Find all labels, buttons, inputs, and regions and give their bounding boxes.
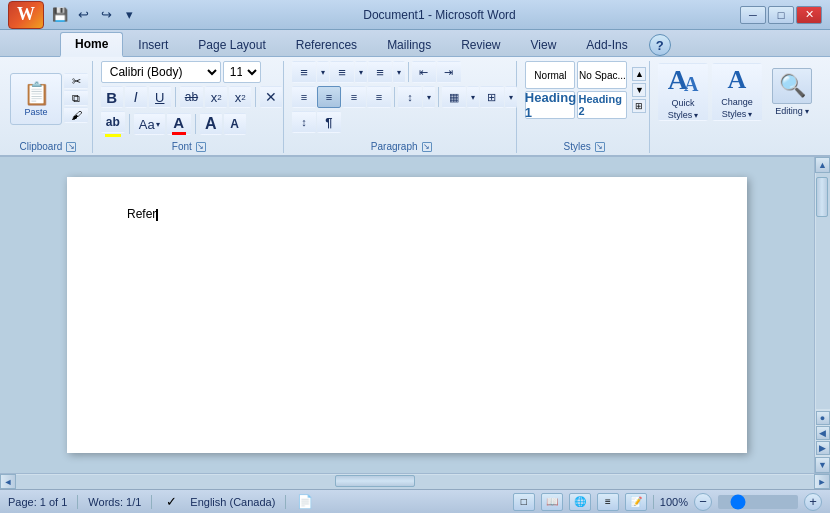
quick-styles-icon: A A	[668, 64, 699, 96]
minimize-button[interactable]: ─	[740, 6, 766, 24]
font-color-button[interactable]: A	[167, 113, 191, 135]
italic-button[interactable]: I	[125, 86, 147, 108]
tab-page-layout[interactable]: Page Layout	[183, 33, 280, 56]
quick-styles-button[interactable]: A A Quick Styles ▾	[658, 63, 708, 121]
track-changes-icon[interactable]: 📄	[296, 493, 314, 511]
paragraph-expand-button[interactable]: ↘	[422, 142, 432, 152]
draft-button[interactable]: 📝	[625, 493, 647, 511]
scroll-thumb[interactable]	[816, 177, 828, 217]
styles-more-button[interactable]: ⊞	[632, 99, 646, 113]
styles-expand-button[interactable]: ↘	[595, 142, 605, 152]
tab-insert[interactable]: Insert	[123, 33, 183, 56]
font-expand-button[interactable]: ↘	[196, 142, 206, 152]
h-scroll-track[interactable]	[16, 475, 814, 489]
align-center-button[interactable]: ≡	[317, 86, 341, 108]
style-heading2-preview[interactable]: Heading 2	[577, 91, 627, 119]
next-page-button[interactable]: ▶	[816, 441, 830, 455]
tab-view[interactable]: View	[516, 33, 572, 56]
full-reading-button[interactable]: 📖	[541, 493, 563, 511]
cut-button[interactable]: ✂	[64, 73, 88, 89]
prev-page-button[interactable]: ◀	[816, 426, 830, 440]
font-color-dropdown[interactable]: Aa▾	[134, 113, 165, 135]
outline-button[interactable]: ≡	[597, 493, 619, 511]
undo-button[interactable]: ↩	[73, 5, 93, 25]
copy-button[interactable]: ⧉	[64, 90, 88, 106]
superscript-button[interactable]: x2	[229, 86, 251, 108]
customize-qa-button[interactable]: ▾	[119, 5, 139, 25]
multilevel-button[interactable]: ≡	[368, 61, 392, 83]
document-page[interactable]: Refer	[67, 177, 747, 453]
web-layout-button[interactable]: 🌐	[569, 493, 591, 511]
change-styles-button[interactable]: A Change Styles ▾	[712, 63, 762, 121]
bullets-button[interactable]: ≡	[292, 61, 316, 83]
scroll-up-button[interactable]: ▲	[815, 157, 830, 173]
para-divider3	[438, 87, 439, 107]
styles-group-label: Styles ↘	[525, 139, 643, 153]
numbering-dropdown[interactable]: ▾	[355, 61, 367, 83]
borders-button[interactable]: ⊞	[480, 86, 504, 108]
multilevel-dropdown[interactable]: ▾	[393, 61, 405, 83]
sort-button[interactable]: ↕	[292, 111, 316, 133]
quick-styles-label-row: Quick	[671, 98, 694, 108]
zoom-slider[interactable]	[718, 495, 798, 509]
subscript-button[interactable]: x2	[205, 86, 227, 108]
font-family-select[interactable]: Calibri (Body)	[101, 61, 221, 83]
grow-font-button[interactable]: A	[200, 113, 222, 135]
maximize-button[interactable]: □	[768, 6, 794, 24]
para-divider2	[394, 87, 395, 107]
scroll-right-button[interactable]: ►	[814, 474, 830, 489]
tab-home[interactable]: Home	[60, 32, 123, 57]
office-button[interactable]: W	[8, 1, 44, 29]
underline-button[interactable]: U	[149, 86, 171, 108]
change-styles-arrow: ▾	[748, 110, 752, 119]
tab-mailings[interactable]: Mailings	[372, 33, 446, 56]
tab-references[interactable]: References	[281, 33, 372, 56]
styles-scroll-up[interactable]: ▲	[632, 67, 646, 81]
style-heading1-preview[interactable]: Heading 1	[525, 91, 575, 119]
bullets-dropdown[interactable]: ▾	[317, 61, 329, 83]
shading-dropdown[interactable]: ▾	[467, 86, 479, 108]
save-button[interactable]: 💾	[50, 5, 70, 25]
font-size-select[interactable]: 11	[223, 61, 261, 83]
scroll-left-button[interactable]: ◄	[0, 474, 16, 489]
line-spacing-dropdown[interactable]: ▾	[423, 86, 435, 108]
shrink-font-button[interactable]: A	[224, 113, 246, 135]
strikethrough-button[interactable]: ab	[180, 86, 203, 108]
help-button[interactable]: ?	[649, 34, 671, 56]
increase-indent-button[interactable]: ⇥	[437, 61, 461, 83]
shading-button[interactable]: ▦	[442, 86, 466, 108]
zoom-out-button[interactable]: −	[694, 493, 712, 511]
styles-scroll-down[interactable]: ▼	[632, 83, 646, 97]
tab-review[interactable]: Review	[446, 33, 515, 56]
bold-button[interactable]: B	[101, 86, 123, 108]
zoom-in-button[interactable]: +	[804, 493, 822, 511]
scroll-track[interactable]	[816, 173, 830, 409]
font-row2: B I U ab x2 x2 ✕	[101, 86, 282, 108]
redo-button[interactable]: ↪	[96, 5, 116, 25]
highlight-button[interactable]: ab	[101, 111, 125, 133]
editing-button[interactable]: 🔍 Editing ▾	[766, 63, 818, 121]
select-browse-button[interactable]: ●	[816, 411, 830, 425]
clipboard-expand-button[interactable]: ↘	[66, 142, 76, 152]
decrease-indent-button[interactable]: ⇤	[412, 61, 436, 83]
paste-button[interactable]: 📋 Paste	[10, 73, 62, 125]
justify-button[interactable]: ≡	[367, 86, 391, 108]
tab-add-ins[interactable]: Add-Ins	[571, 33, 642, 56]
clear-formatting-button[interactable]: ✕	[260, 86, 282, 108]
style-normal-preview[interactable]: Normal	[525, 61, 575, 89]
document-area[interactable]: Refer ▲ ● ◀ ▶ ▼	[0, 157, 830, 473]
h-scroll-thumb[interactable]	[335, 475, 415, 487]
borders-dropdown[interactable]: ▾	[505, 86, 517, 108]
proofing-icon[interactable]: ✓	[162, 493, 180, 511]
line-spacing-button[interactable]: ↕	[398, 86, 422, 108]
show-hide-button[interactable]: ¶	[317, 111, 341, 133]
close-button[interactable]: ✕	[796, 6, 822, 24]
align-left-button[interactable]: ≡	[292, 86, 316, 108]
format-painter-button[interactable]: 🖌	[64, 107, 88, 123]
print-layout-button[interactable]: □	[513, 493, 535, 511]
align-right-button[interactable]: ≡	[342, 86, 366, 108]
status-divider2	[151, 495, 152, 509]
scroll-down-button[interactable]: ▼	[815, 457, 830, 473]
numbering-button[interactable]: ≡	[330, 61, 354, 83]
style-no-spacing-preview[interactable]: No Spac...	[577, 61, 627, 89]
